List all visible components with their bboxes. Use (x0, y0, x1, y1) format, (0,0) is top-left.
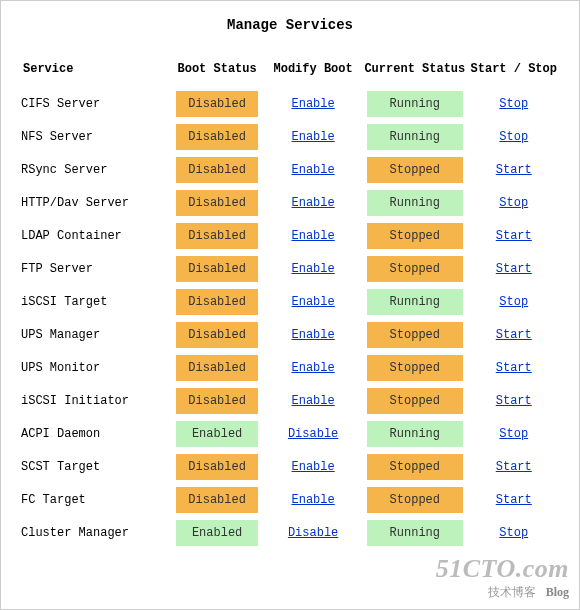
start-service-link[interactable]: Start (469, 361, 559, 375)
current-status-badge: Stopped (367, 454, 463, 480)
current-status-badge: Running (367, 421, 463, 447)
table-row: LDAP ContainerDisabledEnableStoppedStart (21, 223, 559, 249)
service-name: UPS Monitor (21, 355, 169, 381)
current-status-badge: Stopped (367, 322, 463, 348)
column-header-start-stop: Start / Stop (469, 58, 559, 84)
stop-service-link[interactable]: Stop (469, 97, 559, 111)
table-row: Cluster ManagerEnabledDisableRunningStop (21, 520, 559, 546)
boot-status-badge: Disabled (176, 256, 258, 282)
page-title: Manage Services (21, 17, 559, 33)
boot-status-badge: Enabled (176, 520, 258, 546)
column-header-boot-status: Boot Status (169, 58, 265, 84)
boot-status-badge: Disabled (176, 322, 258, 348)
service-name: iSCSI Initiator (21, 388, 169, 414)
boot-status-badge: Enabled (176, 421, 258, 447)
enable-boot-link[interactable]: Enable (265, 295, 361, 309)
enable-boot-link[interactable]: Enable (265, 328, 361, 342)
table-row: UPS ManagerDisabledEnableStoppedStart (21, 322, 559, 348)
services-table: Service Boot Status Modify Boot Current … (21, 51, 559, 553)
table-row: ACPI DaemonEnabledDisableRunningStop (21, 421, 559, 447)
enable-boot-link[interactable]: Enable (265, 262, 361, 276)
service-name: Cluster Manager (21, 520, 169, 546)
service-name: LDAP Container (21, 223, 169, 249)
start-service-link[interactable]: Start (469, 493, 559, 507)
current-status-badge: Running (367, 520, 463, 546)
boot-status-badge: Disabled (176, 388, 258, 414)
table-row: FTP ServerDisabledEnableStoppedStart (21, 256, 559, 282)
boot-status-badge: Disabled (176, 454, 258, 480)
start-service-link[interactable]: Start (469, 394, 559, 408)
column-header-modify-boot: Modify Boot (265, 58, 361, 84)
current-status-badge: Stopped (367, 256, 463, 282)
start-service-link[interactable]: Start (469, 229, 559, 243)
current-status-badge: Stopped (367, 157, 463, 183)
watermark-main: 51CTO.com (436, 554, 569, 584)
column-header-service: Service (21, 58, 169, 84)
table-row: RSync ServerDisabledEnableStoppedStart (21, 157, 559, 183)
disable-boot-link[interactable]: Disable (265, 526, 361, 540)
table-row: iSCSI TargetDisabledEnableRunningStop (21, 289, 559, 315)
enable-boot-link[interactable]: Enable (265, 97, 361, 111)
column-header-current-status: Current Status (361, 58, 468, 84)
service-name: FTP Server (21, 256, 169, 282)
current-status-badge: Running (367, 190, 463, 216)
watermark-sub: 技术博客 Blog (436, 584, 569, 601)
current-status-badge: Running (367, 289, 463, 315)
current-status-badge: Running (367, 91, 463, 117)
current-status-badge: Stopped (367, 355, 463, 381)
boot-status-badge: Disabled (176, 355, 258, 381)
disable-boot-link[interactable]: Disable (265, 427, 361, 441)
service-name: NFS Server (21, 124, 169, 150)
enable-boot-link[interactable]: Enable (265, 394, 361, 408)
current-status-badge: Stopped (367, 223, 463, 249)
enable-boot-link[interactable]: Enable (265, 163, 361, 177)
service-name: SCST Target (21, 454, 169, 480)
enable-boot-link[interactable]: Enable (265, 196, 361, 210)
table-row: iSCSI InitiatorDisabledEnableStoppedStar… (21, 388, 559, 414)
table-row: HTTP/Dav ServerDisabledEnableRunningStop (21, 190, 559, 216)
watermark: 51CTO.com 技术博客 Blog (436, 554, 569, 601)
stop-service-link[interactable]: Stop (469, 295, 559, 309)
start-service-link[interactable]: Start (469, 460, 559, 474)
current-status-badge: Running (367, 124, 463, 150)
service-name: ACPI Daemon (21, 421, 169, 447)
boot-status-badge: Disabled (176, 190, 258, 216)
table-row: CIFS ServerDisabledEnableRunningStop (21, 91, 559, 117)
current-status-badge: Stopped (367, 388, 463, 414)
stop-service-link[interactable]: Stop (469, 196, 559, 210)
service-name: iSCSI Target (21, 289, 169, 315)
enable-boot-link[interactable]: Enable (265, 361, 361, 375)
stop-service-link[interactable]: Stop (469, 427, 559, 441)
boot-status-badge: Disabled (176, 124, 258, 150)
stop-service-link[interactable]: Stop (469, 130, 559, 144)
enable-boot-link[interactable]: Enable (265, 460, 361, 474)
start-service-link[interactable]: Start (469, 328, 559, 342)
table-row: SCST TargetDisabledEnableStoppedStart (21, 454, 559, 480)
current-status-badge: Stopped (367, 487, 463, 513)
start-service-link[interactable]: Start (469, 163, 559, 177)
table-row: FC TargetDisabledEnableStoppedStart (21, 487, 559, 513)
enable-boot-link[interactable]: Enable (265, 229, 361, 243)
service-name: RSync Server (21, 157, 169, 183)
start-service-link[interactable]: Start (469, 262, 559, 276)
enable-boot-link[interactable]: Enable (265, 130, 361, 144)
service-name: CIFS Server (21, 91, 169, 117)
table-row: UPS MonitorDisabledEnableStoppedStart (21, 355, 559, 381)
service-name: FC Target (21, 487, 169, 513)
stop-service-link[interactable]: Stop (469, 526, 559, 540)
boot-status-badge: Disabled (176, 91, 258, 117)
table-row: NFS ServerDisabledEnableRunningStop (21, 124, 559, 150)
service-name: UPS Manager (21, 322, 169, 348)
boot-status-badge: Disabled (176, 223, 258, 249)
service-name: HTTP/Dav Server (21, 190, 169, 216)
boot-status-badge: Disabled (176, 157, 258, 183)
enable-boot-link[interactable]: Enable (265, 493, 361, 507)
boot-status-badge: Disabled (176, 487, 258, 513)
boot-status-badge: Disabled (176, 289, 258, 315)
